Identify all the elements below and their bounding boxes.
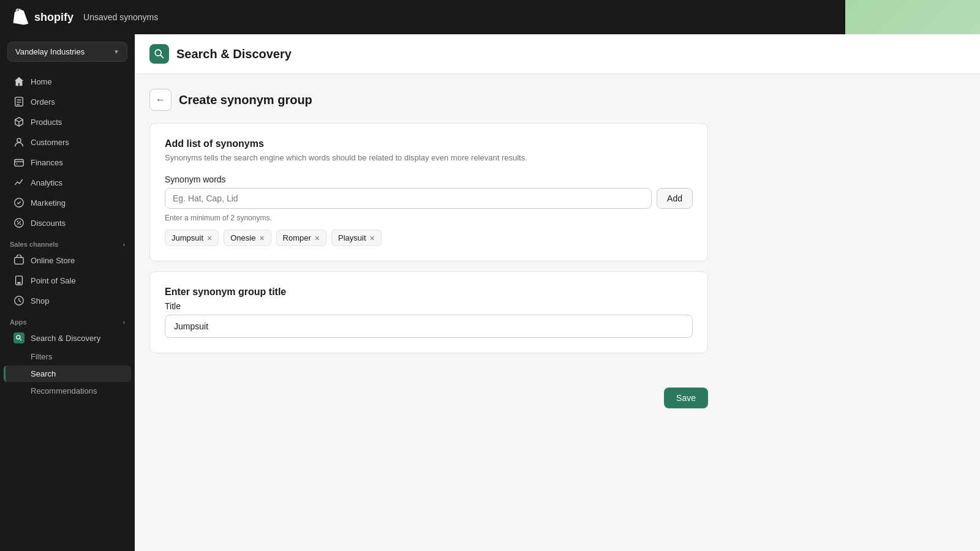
tag-romper-label: Romper bbox=[283, 233, 311, 242]
synonym-input-row: Add bbox=[165, 188, 693, 209]
sidebar-sub-item-filters[interactable]: Filters bbox=[4, 348, 131, 365]
top-nav-title: Unsaved synonyms bbox=[83, 12, 158, 22]
add-synonym-button[interactable]: Add bbox=[657, 188, 693, 209]
svg-point-13 bbox=[17, 335, 20, 339]
sidebar-item-finances-label: Finances bbox=[31, 158, 63, 167]
marketing-icon bbox=[13, 197, 24, 208]
sidebar-item-pos[interactable]: Point of Sale bbox=[4, 271, 131, 290]
svg-point-14 bbox=[155, 50, 161, 56]
synonyms-card-title: Add list of synonyms bbox=[165, 138, 693, 149]
products-icon bbox=[13, 116, 24, 127]
svg-rect-5 bbox=[15, 160, 23, 167]
back-button[interactable]: ← bbox=[149, 89, 172, 111]
tag-playsuit-remove[interactable]: × bbox=[370, 234, 375, 242]
sidebar-item-home-label: Home bbox=[31, 77, 52, 86]
title-card: Enter synonym group title Title bbox=[149, 271, 708, 353]
sidebar-item-shop-label: Shop bbox=[31, 296, 49, 305]
sidebar-item-orders-label: Orders bbox=[31, 97, 55, 107]
synonym-input[interactable] bbox=[165, 188, 652, 209]
tag-romper-remove[interactable]: × bbox=[315, 234, 320, 242]
top-nav: shopify Unsaved synonyms Discard Save bbox=[0, 0, 980, 34]
svg-point-6 bbox=[17, 163, 18, 165]
chevron-right-icon: › bbox=[123, 241, 125, 248]
discounts-icon bbox=[13, 217, 24, 228]
sidebar-item-customers[interactable]: Customers bbox=[4, 132, 131, 152]
sidebar-sub-item-recommendations[interactable]: Recommendations bbox=[4, 383, 131, 399]
pos-icon bbox=[13, 275, 24, 286]
sales-channels-section: Sales channels › bbox=[0, 233, 135, 250]
shop-icon bbox=[13, 295, 24, 306]
sidebar-item-analytics[interactable]: Analytics bbox=[4, 173, 131, 192]
svg-rect-9 bbox=[15, 258, 23, 264]
sidebar-item-shop[interactable]: Shop bbox=[4, 291, 131, 310]
store-name: Vandelay Industries bbox=[15, 47, 85, 56]
top-nav-left: shopify Unsaved synonyms bbox=[12, 9, 158, 26]
tag-romper: Romper × bbox=[276, 230, 326, 246]
back-arrow-icon: ← bbox=[156, 94, 165, 105]
shopify-logo: shopify bbox=[12, 9, 74, 26]
sidebar-item-marketing-label: Marketing bbox=[31, 198, 66, 208]
sidebar-item-online-store[interactable]: Online Store bbox=[4, 250, 131, 270]
sidebar-item-products[interactable]: Products bbox=[4, 112, 131, 132]
title-card-heading: Enter synonym group title bbox=[165, 287, 693, 298]
sidebar-item-search-discovery[interactable]: Search & Discovery bbox=[4, 328, 131, 348]
sidebar-item-orders[interactable]: Orders bbox=[4, 92, 131, 111]
synonyms-card: Add list of synonyms Synonyms tells the … bbox=[149, 123, 708, 261]
tag-onesie: Onesie × bbox=[224, 230, 271, 246]
svg-point-4 bbox=[17, 138, 21, 142]
store-selector[interactable]: Vandelay Industries ▼ bbox=[7, 42, 127, 62]
sidebar-item-discounts-label: Discounts bbox=[31, 219, 66, 228]
sidebar-sub-item-search-label: Search bbox=[31, 369, 56, 378]
title-field-label: Title bbox=[165, 301, 693, 311]
online-store-icon bbox=[13, 255, 24, 266]
orders-icon bbox=[13, 96, 24, 107]
finances-icon bbox=[13, 157, 24, 168]
tag-jumpsuit-remove[interactable]: × bbox=[207, 234, 212, 242]
page-footer: Save bbox=[135, 378, 723, 418]
create-header: ← Create synonym group bbox=[149, 89, 708, 111]
sidebar-item-discounts[interactable]: Discounts bbox=[4, 213, 131, 233]
synonyms-card-description: Synonyms tells the search engine which w… bbox=[165, 153, 693, 162]
apps-chevron-icon: › bbox=[123, 319, 125, 326]
page-title: Search & Discovery bbox=[176, 47, 292, 61]
sales-channels-label: Sales channels bbox=[10, 241, 59, 248]
sidebar-item-customers-label: Customers bbox=[31, 138, 69, 147]
save-bottom-button[interactable]: Save bbox=[664, 388, 708, 408]
chevron-down-icon: ▼ bbox=[113, 48, 119, 55]
sidebar: Vandelay Industries ▼ Home Orders bbox=[0, 34, 135, 551]
apps-label: Apps bbox=[10, 318, 27, 326]
title-input[interactable] bbox=[165, 315, 693, 338]
page-body: ← Create synonym group Add list of synon… bbox=[135, 74, 723, 378]
sidebar-item-search-discovery-label: Search & Discovery bbox=[31, 334, 100, 343]
svg-rect-11 bbox=[17, 282, 20, 284]
shopify-brand-name: shopify bbox=[34, 11, 74, 24]
sidebar-item-marketing[interactable]: Marketing bbox=[4, 193, 131, 212]
analytics-icon bbox=[13, 177, 24, 188]
sidebar-item-finances[interactable]: Finances bbox=[4, 152, 131, 172]
page-header: Search & Discovery bbox=[135, 34, 980, 74]
home-icon bbox=[13, 76, 24, 87]
sidebar-item-pos-label: Point of Sale bbox=[31, 276, 76, 285]
tag-jumpsuit: Jumpsuit × bbox=[165, 230, 219, 246]
tag-playsuit: Playsuit × bbox=[331, 230, 382, 246]
sidebar-sub-item-filters-label: Filters bbox=[31, 352, 52, 361]
tag-onesie-remove[interactable]: × bbox=[259, 234, 264, 242]
tag-onesie-label: Onesie bbox=[230, 233, 255, 242]
sidebar-sub-item-recommendations-label: Recommendations bbox=[31, 386, 97, 395]
synonym-words-label: Synonym words bbox=[165, 174, 693, 184]
main-content: Search & Discovery ← Create synonym grou… bbox=[135, 34, 980, 551]
tag-playsuit-label: Playsuit bbox=[338, 233, 366, 242]
sidebar-item-online-store-label: Online Store bbox=[31, 256, 75, 265]
sidebar-item-analytics-label: Analytics bbox=[31, 178, 62, 187]
customers-icon bbox=[13, 137, 24, 148]
sidebar-item-products-label: Products bbox=[31, 118, 62, 127]
page-header-icon bbox=[149, 44, 169, 64]
tag-jumpsuit-label: Jumpsuit bbox=[172, 233, 203, 242]
create-title: Create synonym group bbox=[179, 93, 312, 107]
apps-section: Apps › bbox=[0, 311, 135, 328]
search-discovery-app-icon bbox=[13, 332, 24, 343]
synonym-helper-text: Enter a minimum of 2 synonyms. bbox=[165, 214, 693, 222]
app-body: Vandelay Industries ▼ Home Orders bbox=[0, 34, 980, 551]
sidebar-sub-item-search[interactable]: Search bbox=[4, 365, 131, 382]
sidebar-item-home[interactable]: Home bbox=[4, 72, 131, 91]
